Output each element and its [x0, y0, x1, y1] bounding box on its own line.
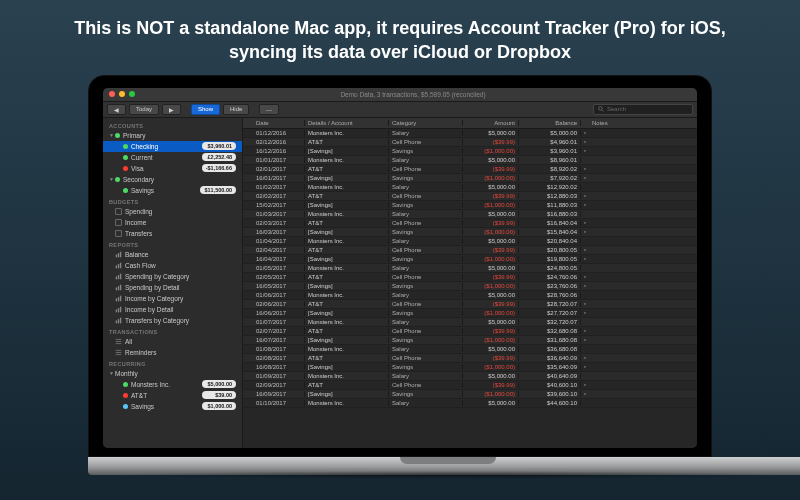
- cell-details: [Savings]: [305, 148, 389, 154]
- table-row[interactable]: 16/07/2017[Savings]Savings($1,000.00)$31…: [243, 336, 697, 345]
- chart-icon: [115, 284, 122, 290]
- cell-category: Savings: [389, 310, 463, 316]
- report-item[interactable]: Income by Category: [103, 293, 242, 304]
- table-row[interactable]: 01/06/2017Monsters Inc.Salary$5,000.00$2…: [243, 291, 697, 300]
- svg-rect-10: [120, 263, 121, 269]
- show-button[interactable]: Show: [191, 104, 220, 115]
- item-label: Transfers by Category: [125, 316, 236, 325]
- table-row[interactable]: 02/06/2017AT&TCell Phone($39.99)$28,720.…: [243, 300, 697, 309]
- table-row[interactable]: 15/02/2017[Savings]Savings($1,000.00)$11…: [243, 201, 697, 210]
- recurring-item[interactable]: AT&T$39.00: [103, 390, 242, 401]
- table-row[interactable]: 02/05/2017AT&TCell Phone($39.99)$24,760.…: [243, 273, 697, 282]
- account-group[interactable]: ▼Secondary: [103, 174, 242, 185]
- cell-date: 16/04/2017: [253, 256, 305, 262]
- col-balance[interactable]: Balance: [519, 120, 581, 126]
- cell-category: Savings: [389, 148, 463, 154]
- table-row[interactable]: 02/02/2017AT&TCell Phone($39.99)$12,880.…: [243, 192, 697, 201]
- table-row[interactable]: 02/09/2017AT&TCell Phone($39.99)$40,600.…: [243, 381, 697, 390]
- next-button[interactable]: ▶: [162, 104, 181, 115]
- table-row[interactable]: 16/08/2017[Savings]Savings($1,000.00)$35…: [243, 363, 697, 372]
- table-row[interactable]: 01/08/2017Monsters Inc.Salary$5,000.00$3…: [243, 345, 697, 354]
- status-dot: [115, 133, 120, 138]
- table-row[interactable]: 16/06/2017[Savings]Savings($1,000.00)$27…: [243, 309, 697, 318]
- cell-details: Monsters Inc.: [305, 157, 389, 163]
- table-row[interactable]: 16/05/2017[Savings]Savings($1,000.00)$23…: [243, 282, 697, 291]
- report-item[interactable]: Transfers by Category: [103, 315, 242, 326]
- cell-date: 01/02/2017: [253, 184, 305, 190]
- col-notes[interactable]: Notes: [589, 120, 697, 126]
- transaction-item[interactable]: All: [103, 336, 242, 347]
- table-row[interactable]: 02/07/2017AT&TCell Phone($39.99)$32,680.…: [243, 327, 697, 336]
- table-row[interactable]: 01/07/2017Monsters Inc.Salary$5,000.00$3…: [243, 318, 697, 327]
- filter-button[interactable]: ⋯: [259, 104, 279, 115]
- prev-button[interactable]: ◀: [107, 104, 126, 115]
- svg-rect-12: [118, 275, 119, 279]
- cell-details: Monsters Inc.: [305, 373, 389, 379]
- recurring-item[interactable]: Monsters Inc.$5,000.00: [103, 379, 242, 390]
- report-item[interactable]: Balance: [103, 249, 242, 260]
- table-row[interactable]: 01/09/2017Monsters Inc.Salary$5,000.00$4…: [243, 372, 697, 381]
- today-button[interactable]: Today: [129, 104, 159, 115]
- table-row[interactable]: 02/03/2017AT&TCell Phone($39.99)$16,840.…: [243, 219, 697, 228]
- budget-item[interactable]: Transfers: [103, 228, 242, 239]
- table-row[interactable]: 16/12/2016[Savings]Savings($1,000.00)$3,…: [243, 147, 697, 156]
- report-item[interactable]: Cash Flow: [103, 260, 242, 271]
- cell-category: Salary: [389, 346, 463, 352]
- cell-date: 02/02/2017: [253, 193, 305, 199]
- col-date[interactable]: Date: [253, 120, 305, 126]
- cell-balance: $20,800.05: [519, 247, 581, 253]
- reconciled-icon: ●: [581, 247, 589, 252]
- cell-details: Monsters Inc.: [305, 238, 389, 244]
- cell-amount: ($39.99): [463, 220, 519, 226]
- search-input[interactable]: Search: [593, 104, 693, 115]
- report-item[interactable]: Spending by Category: [103, 271, 242, 282]
- cell-category: Savings: [389, 256, 463, 262]
- minimize-icon[interactable]: [119, 91, 125, 97]
- table-row[interactable]: 02/04/2017AT&TCell Phone($39.99)$20,800.…: [243, 246, 697, 255]
- report-item[interactable]: Spending by Detail: [103, 282, 242, 293]
- status-dot: [123, 144, 128, 149]
- cell-balance: $27,720.07: [519, 310, 581, 316]
- cell-category: Cell Phone: [389, 301, 463, 307]
- table-row[interactable]: 02/08/2017AT&TCell Phone($39.99)$36,640.…: [243, 354, 697, 363]
- account-group[interactable]: ▼Primary: [103, 130, 242, 141]
- report-item[interactable]: Income by Detail: [103, 304, 242, 315]
- table-row[interactable]: 16/09/2017[Savings]Savings($1,000.00)$39…: [243, 390, 697, 399]
- balance-badge: $11,500.00: [200, 186, 236, 194]
- reconciled-icon: ●: [581, 256, 589, 261]
- budget-item[interactable]: Income: [103, 217, 242, 228]
- table-row[interactable]: 16/01/2017[Savings]Savings($1,000.00)$7,…: [243, 174, 697, 183]
- item-label: Income by Category: [125, 294, 236, 303]
- table-row[interactable]: 01/05/2017Monsters Inc.Salary$5,000.00$2…: [243, 264, 697, 273]
- table-row[interactable]: 01/01/2017Monsters Inc.Salary$5,000.00$8…: [243, 156, 697, 165]
- table-row[interactable]: 01/02/2017Monsters Inc.Salary$5,000.00$1…: [243, 183, 697, 192]
- item-label: Current: [131, 153, 202, 162]
- table-row[interactable]: 01/12/2016Monsters Inc.Salary$5,000.00$5…: [243, 129, 697, 138]
- table-row[interactable]: 01/03/2017Monsters Inc.Salary$5,000.00$1…: [243, 210, 697, 219]
- transaction-item[interactable]: Reminders: [103, 347, 242, 358]
- account-item[interactable]: Visa-$1,166.66: [103, 163, 242, 174]
- account-item[interactable]: Checking$3,960.01: [103, 141, 242, 152]
- table-row[interactable]: 16/04/2017[Savings]Savings($1,000.00)$19…: [243, 255, 697, 264]
- account-item[interactable]: Current£2,252.48: [103, 152, 242, 163]
- account-item[interactable]: Savings$11,500.00: [103, 185, 242, 196]
- col-category[interactable]: Category: [389, 120, 463, 126]
- table-row[interactable]: 01/04/2017Monsters Inc.Salary$5,000.00$2…: [243, 237, 697, 246]
- cell-details: AT&T: [305, 328, 389, 334]
- table-row[interactable]: 01/10/2017Monsters Inc.Salary$5,000.00$4…: [243, 399, 697, 408]
- cell-amount: ($39.99): [463, 193, 519, 199]
- col-amount[interactable]: Amount: [463, 120, 519, 126]
- col-details[interactable]: Details / Account: [305, 120, 389, 126]
- hide-button[interactable]: Hide: [223, 104, 249, 115]
- table-row[interactable]: 02/12/2016AT&TCell Phone($39.99)$4,960.0…: [243, 138, 697, 147]
- budget-item[interactable]: Spending: [103, 206, 242, 217]
- balance-badge: £2,252.48: [202, 153, 236, 161]
- cell-date: 02/08/2017: [253, 355, 305, 361]
- table-row[interactable]: 02/01/2017AT&TCell Phone($39.99)$8,920.0…: [243, 165, 697, 174]
- close-icon[interactable]: [109, 91, 115, 97]
- recurring-group[interactable]: ▼Monthly: [103, 368, 242, 379]
- recurring-item[interactable]: Savings$1,000.00: [103, 401, 242, 412]
- table-row[interactable]: 16/03/2017[Savings]Savings($1,000.00)$15…: [243, 228, 697, 237]
- status-dot: [123, 155, 128, 160]
- cell-amount: ($1,000.00): [463, 337, 519, 343]
